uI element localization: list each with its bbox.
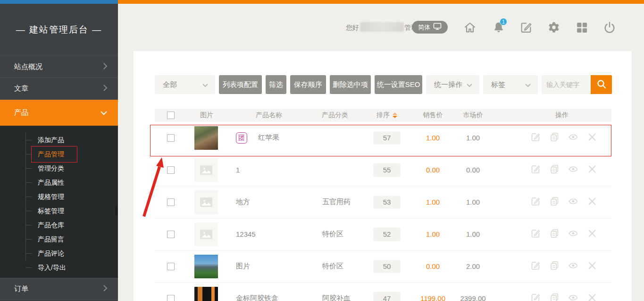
- row-checkbox[interactable]: [167, 231, 175, 238]
- copy-icon[interactable]: [549, 260, 560, 273]
- product-name: 金标阿胶铁盒: [236, 294, 278, 301]
- sort-value[interactable]: 52: [373, 228, 401, 241]
- products-table: 图片 产品名称 产品分类 排序 销售价 市场价 操作 团红苹果 57 1.00 …: [155, 109, 611, 301]
- sort-value[interactable]: 53: [373, 196, 401, 209]
- notification-badge: 1: [500, 18, 507, 26]
- edit-icon[interactable]: [530, 228, 541, 241]
- submenu-item-product-messages[interactable]: 产品留言: [38, 232, 64, 246]
- topbar-blue-strip: [0, 0, 118, 4]
- submenu-item-tag-management[interactable]: 标签管理: [38, 204, 64, 218]
- sale-price: 1.00: [415, 134, 451, 142]
- sort-value[interactable]: 50: [373, 260, 401, 273]
- sort-value[interactable]: 47: [373, 292, 401, 301]
- gear-icon[interactable]: [547, 21, 560, 34]
- power-icon[interactable]: [603, 21, 616, 34]
- submenu-item-import-export[interactable]: 导入/导出: [38, 260, 66, 275]
- preview-eye-icon[interactable]: [568, 260, 578, 273]
- row-checkbox[interactable]: [167, 166, 175, 174]
- submenu-item-product-warehouse[interactable]: 产品仓库: [38, 218, 64, 232]
- chevron-right-icon: [103, 284, 108, 293]
- delete-x-icon[interactable]: [587, 260, 597, 273]
- sale-price: 1199.00: [415, 294, 451, 301]
- submenu-item-product-management[interactable]: 产品管理: [38, 147, 64, 161]
- edit-icon[interactable]: [530, 260, 541, 273]
- delete-x-icon[interactable]: [587, 132, 597, 144]
- copy-icon[interactable]: [549, 292, 560, 301]
- submenu-item-manage-categories[interactable]: 管理分类: [38, 161, 64, 175]
- admin-app: — 建站管理后台 — 站点概况 文章 产品 添加产品 产品管理 管理分类 产品属…: [0, 0, 644, 301]
- delete-x-icon[interactable]: [587, 292, 597, 301]
- list-config-button[interactable]: 列表项配置: [219, 75, 262, 94]
- copy-icon[interactable]: [549, 228, 560, 241]
- delete-x-icon[interactable]: [587, 228, 597, 241]
- delete-x-icon[interactable]: [587, 196, 597, 208]
- preview-eye-icon[interactable]: [568, 164, 578, 176]
- chevron-down-icon: [466, 81, 473, 89]
- product-name: 1: [236, 166, 240, 174]
- sidebar-item-site-overview[interactable]: 站点概况: [0, 56, 118, 77]
- search-button[interactable]: [591, 75, 612, 94]
- submenu-item-add-product[interactable]: 添加产品: [38, 133, 64, 147]
- filter-button[interactable]: 筛选: [266, 75, 286, 94]
- submenu-item-spec-management[interactable]: 规格管理: [38, 189, 64, 204]
- delete-x-icon[interactable]: [587, 164, 597, 176]
- table-row: 12345 特价区 52 1.00 1.00: [155, 218, 611, 250]
- copy-icon[interactable]: [549, 196, 560, 208]
- row-checkbox[interactable]: [167, 134, 175, 142]
- bell-icon[interactable]: 1: [492, 21, 505, 34]
- product-name: 图片: [236, 262, 250, 271]
- edit-icon[interactable]: [530, 292, 541, 301]
- monitor-icon: [433, 23, 442, 32]
- edit-icon[interactable]: [519, 21, 533, 34]
- row-checkbox[interactable]: [167, 198, 175, 206]
- batch-seo-button[interactable]: 统一设置SEO: [375, 75, 422, 94]
- products-submenu: 添加产品 产品管理 管理分类 产品属性 规格管理 标签管理 产品仓库 产品留言 …: [0, 126, 118, 278]
- edit-icon[interactable]: [530, 196, 541, 208]
- delete-selected-button[interactable]: 删除选中项: [330, 75, 371, 94]
- market-price: 0.00: [451, 166, 495, 174]
- sidebar-item-products[interactable]: 产品: [0, 100, 118, 126]
- sort-value[interactable]: 55: [373, 163, 401, 177]
- sort-arrows-icon[interactable]: [393, 112, 397, 118]
- home-icon[interactable]: [463, 21, 477, 34]
- row-checkbox[interactable]: [167, 263, 175, 270]
- tag-dropdown[interactable]: 标签: [483, 75, 538, 94]
- chevron-down-icon: [202, 81, 209, 89]
- preview-eye-icon[interactable]: [568, 292, 578, 301]
- sidebar: — 建站管理后台 — 站点概况 文章 产品 添加产品 产品管理 管理分类 产品属…: [0, 4, 118, 301]
- product-category: 特价区: [311, 262, 359, 271]
- product-thumbnail: [194, 255, 218, 278]
- copy-icon[interactable]: [549, 132, 560, 144]
- select-all-checkbox[interactable]: [167, 112, 175, 119]
- preview-eye-icon[interactable]: [568, 132, 578, 144]
- market-price: 1.00: [451, 198, 495, 206]
- product-thumbnail: [194, 126, 218, 150]
- market-price: 1.00: [451, 230, 495, 238]
- chevron-right-icon: [103, 84, 108, 93]
- row-checkbox[interactable]: [167, 295, 175, 301]
- sort-value[interactable]: 57: [373, 131, 401, 145]
- chevron-right-icon: [103, 62, 108, 71]
- chevron-down-icon: [525, 81, 531, 89]
- redacted-username: [360, 22, 404, 32]
- preview-eye-icon[interactable]: [568, 228, 578, 241]
- col-category: 产品分类: [311, 111, 359, 120]
- col-name: 产品名称: [226, 111, 311, 120]
- search-input[interactable]: [542, 75, 591, 94]
- preview-eye-icon[interactable]: [568, 196, 578, 208]
- sidebar-scrollbar[interactable]: [115, 206, 117, 216]
- batch-operation-dropdown[interactable]: 统一操作: [426, 75, 479, 94]
- submenu-item-product-attributes[interactable]: 产品属性: [38, 175, 64, 189]
- sidebar-divider: [0, 299, 118, 300]
- language-switch-button[interactable]: 简体: [412, 21, 448, 34]
- submenu-item-product-reviews[interactable]: 产品评论: [38, 246, 64, 260]
- edit-icon[interactable]: [530, 164, 541, 176]
- copy-icon[interactable]: [549, 164, 560, 176]
- category-filter-dropdown[interactable]: 全部: [155, 75, 215, 94]
- edit-icon[interactable]: [530, 132, 541, 144]
- sidebar-item-articles[interactable]: 文章: [0, 77, 118, 99]
- sidebar-item-orders[interactable]: 订单: [0, 278, 118, 300]
- apps-grid-icon[interactable]: [575, 21, 588, 34]
- save-order-button[interactable]: 保存顺序: [290, 75, 326, 94]
- col-sort[interactable]: 排序: [359, 111, 415, 120]
